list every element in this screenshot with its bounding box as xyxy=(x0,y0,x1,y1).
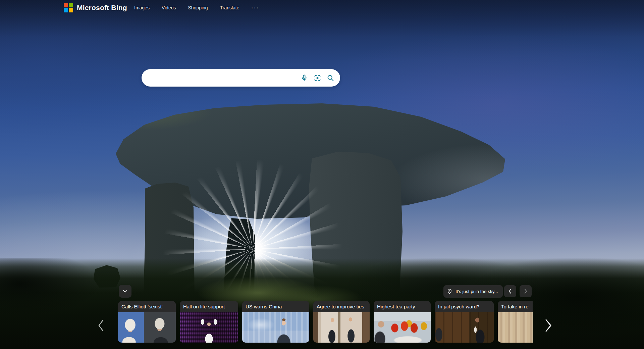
map-pin-icon xyxy=(447,289,452,294)
news-card-title: US warns China xyxy=(242,301,309,312)
primary-nav: Images Videos Shopping Translate ··· xyxy=(134,0,260,15)
camera-scan-icon xyxy=(313,74,322,82)
nav-more-button[interactable]: ··· xyxy=(252,5,260,11)
chevron-right-icon xyxy=(544,317,553,334)
bing-homepage: Microsoft Bing Images Videos Shopping Tr… xyxy=(0,0,644,349)
news-card-title: Highest tea party xyxy=(374,301,431,312)
news-card[interactable]: Hall on life support xyxy=(180,301,238,343)
chevron-down-icon xyxy=(121,288,129,295)
magnifier-icon xyxy=(326,74,335,82)
image-prev-button[interactable] xyxy=(504,285,516,297)
news-card-title: Agree to improve ties xyxy=(313,301,370,312)
logo-bing: Bing xyxy=(111,4,127,12)
microphone-icon xyxy=(300,74,308,82)
nav-item-shopping[interactable]: Shopping xyxy=(188,5,208,10)
nav-item-videos[interactable]: Videos xyxy=(162,5,176,10)
news-card-image xyxy=(374,312,431,343)
news-card-title: Hall on life support xyxy=(180,301,238,312)
voice-search-button[interactable] xyxy=(300,73,309,82)
news-card-image xyxy=(313,312,370,343)
news-card[interactable]: Agree to improve ties xyxy=(313,301,370,343)
news-card-title: To take in re xyxy=(498,301,533,312)
top-header: Microsoft Bing Images Videos Shopping Tr… xyxy=(0,0,644,17)
image-info-text: It's just pi in the sky... xyxy=(455,289,498,294)
news-card-image xyxy=(435,312,494,343)
image-info-pill[interactable]: It's just pi in the sky... xyxy=(443,285,503,298)
news-card-title: Calls Elliott 'sexist' xyxy=(118,301,176,312)
microsoft-logo-icon xyxy=(64,3,73,12)
news-card[interactable]: US warns China xyxy=(242,301,309,343)
logo-microsoft: Microsoft xyxy=(77,4,109,12)
chevron-right-icon xyxy=(522,288,529,295)
chevron-left-icon xyxy=(97,318,105,333)
news-card-title: In jail psych ward? xyxy=(435,301,494,312)
collapse-news-button[interactable] xyxy=(119,285,131,298)
news-strip: It's just pi in the sky... Calls Elliott… xyxy=(0,0,644,349)
news-carousel: Calls Elliott 'sexist' Hall on life supp… xyxy=(118,301,533,343)
news-card-image xyxy=(242,312,309,343)
bing-logo[interactable]: Microsoft Bing xyxy=(64,3,127,12)
news-card-image xyxy=(180,312,238,343)
search-input[interactable] xyxy=(142,69,300,87)
search-icons xyxy=(300,73,340,82)
nav-item-images[interactable]: Images xyxy=(134,5,150,10)
search-bar xyxy=(142,69,340,87)
news-card[interactable]: Calls Elliott 'sexist' xyxy=(118,301,176,343)
carousel-prev-button[interactable] xyxy=(97,318,105,333)
news-card[interactable]: Highest tea party xyxy=(374,301,431,343)
nav-item-translate[interactable]: Translate xyxy=(220,5,239,10)
news-card-row: Calls Elliott 'sexist' Hall on life supp… xyxy=(118,301,533,343)
image-next-button[interactable] xyxy=(520,285,532,297)
news-card[interactable]: In jail psych ward? xyxy=(435,301,494,343)
visual-search-button[interactable] xyxy=(313,73,322,82)
logo-wordmark: Microsoft Bing xyxy=(77,4,127,12)
news-card-image xyxy=(498,312,533,343)
chevron-left-icon xyxy=(507,288,514,295)
carousel-next-button[interactable] xyxy=(544,317,553,334)
news-card[interactable]: To take in re xyxy=(498,301,533,343)
search-submit-button[interactable] xyxy=(326,73,335,82)
news-card-image xyxy=(118,312,176,343)
